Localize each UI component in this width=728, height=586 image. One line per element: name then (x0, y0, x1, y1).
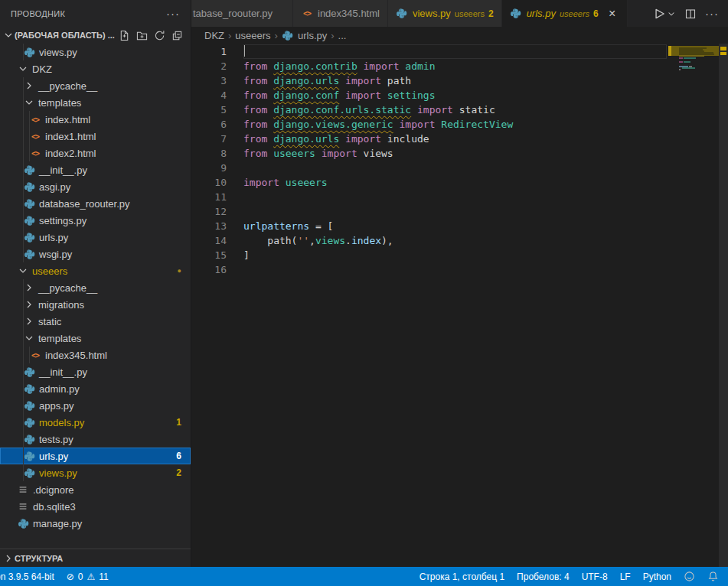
workspace-section-header[interactable]: (РАБОЧАЯ ОБЛАСТЬ) ... (0, 27, 191, 44)
code-line[interactable]: 10import useeers (191, 175, 668, 190)
code-token: useeers (286, 177, 328, 188)
code-line-text (243, 161, 667, 175)
outline-section-header[interactable]: СТРУКТУРА (0, 549, 191, 567)
explorer-more-actions-icon[interactable]: ··· (166, 10, 180, 18)
tree-item[interactable]: tests.py (0, 431, 191, 448)
tree-item-label: tests.py (39, 434, 73, 445)
tab-tabase_roouter.py[interactable]: tabase_roouter.py (191, 0, 293, 27)
run-button[interactable] (652, 7, 676, 21)
chevron-right-icon (23, 80, 35, 92)
tree-item[interactable]: <>index.html (0, 111, 191, 128)
tree-item[interactable]: urls.py6 (0, 448, 191, 464)
tree-item[interactable]: <>index1.html (0, 128, 191, 145)
html-file-icon: <> (29, 147, 41, 159)
tree-item-label: templates (38, 333, 81, 344)
tree-item[interactable]: database_roouter.py (0, 195, 191, 212)
refresh-icon[interactable] (153, 29, 165, 41)
tab-index345.html[interactable]: <>index345.html (293, 0, 388, 27)
overview-ruler[interactable] (719, 44, 728, 567)
cursor-position-status[interactable]: Строка 1, столбец 1 (413, 567, 511, 586)
tree-item-label: views.py (39, 47, 77, 58)
tree-item[interactable]: <>index2.html (0, 145, 191, 161)
code-line[interactable]: 11 (191, 190, 668, 204)
tree-item[interactable]: __init__.py (0, 161, 191, 178)
vscode-window: ПРОВОДНИК ··· (РАБОЧАЯ ОБЛАСТЬ) ... view… (0, 0, 728, 586)
tab-views.py[interactable]: views.pyuseeers2 (388, 0, 502, 27)
code-line[interactable]: 13urlpatterns = [ (191, 219, 668, 233)
python-interpreter-status[interactable]: Python 3.9.5 64-bit (0, 567, 60, 586)
tree-item[interactable]: DKZ (0, 60, 191, 77)
breadcrumb-item[interactable]: DKZ (204, 30, 224, 41)
tree-item[interactable]: apps.py (0, 397, 191, 414)
code-line[interactable]: 2from django.contrib import admin (191, 59, 668, 73)
breadcrumb-separator-icon: › (331, 30, 334, 41)
code-line[interactable]: 15] (191, 248, 668, 262)
bell-icon[interactable] (701, 567, 725, 586)
eol-status[interactable]: LF (614, 567, 637, 586)
code-content[interactable]: 12from django.contrib import admin3from … (191, 44, 668, 567)
tree-item[interactable]: wsgi.py (0, 246, 191, 262)
new-file-icon[interactable] (118, 29, 130, 41)
code-line[interactable]: 3from django.urls import path (191, 73, 668, 88)
html-file-icon: <> (29, 349, 41, 361)
code-token: import (345, 75, 381, 86)
breadcrumb-item[interactable]: useeers (235, 30, 270, 41)
minimap[interactable] (668, 44, 719, 567)
code-line[interactable]: 12 (191, 204, 668, 219)
tree-item[interactable]: __init__.py (0, 363, 191, 380)
tree-item[interactable]: manage.py (0, 515, 191, 532)
language-mode-status[interactable]: Python (637, 567, 677, 586)
problems-status[interactable]: ⊘0⚠11 (60, 567, 115, 586)
tree-item[interactable]: useeers● (0, 262, 191, 279)
breadcrumb-item[interactable]: urls.py (282, 29, 327, 41)
code-line-text: import useeers (243, 175, 667, 190)
tree-item[interactable]: .dcignore (0, 481, 191, 498)
tree-item[interactable]: db.sqlite3 (0, 498, 191, 515)
code-line[interactable]: 8from useeers import views (191, 146, 668, 161)
code-line[interactable]: 6from django.views.generic import Redire… (191, 117, 668, 132)
tree-item[interactable]: migrations (0, 296, 191, 313)
tree-item[interactable]: __pycache__ (0, 279, 191, 296)
tree-item[interactable]: models.py1 (0, 414, 191, 431)
feedback-icon[interactable] (677, 567, 701, 586)
encoding-status[interactable]: UTF-8 (576, 567, 614, 586)
indent-guide (23, 161, 24, 178)
chevron-right-icon (23, 282, 35, 294)
new-folder-icon[interactable] (135, 29, 148, 41)
py-file-icon (396, 8, 408, 20)
tree-item[interactable]: asgi.py (0, 178, 191, 195)
tree-item[interactable]: templates (0, 330, 191, 347)
breadcrumb-item[interactable]: ... (338, 30, 347, 41)
code-line[interactable]: 7from django.urls import include (191, 132, 668, 146)
tree-item[interactable]: <>index345.html (0, 347, 191, 363)
py-file-icon (510, 8, 522, 20)
tree-item[interactable]: __pycache__ (0, 77, 191, 94)
indentation-status[interactable]: Пробелов: 4 (511, 567, 576, 586)
tree-item-label: migrations (38, 299, 84, 311)
split-editor-icon[interactable] (684, 8, 697, 20)
code-line[interactable]: 16 (191, 262, 668, 277)
tab-urls.py[interactable]: urls.pyuseeers6× (502, 0, 628, 27)
code-token: django.urls (273, 75, 339, 86)
code-token: from (243, 104, 273, 116)
close-icon[interactable]: × (606, 7, 619, 21)
tree-item[interactable]: settings.py (0, 212, 191, 229)
more-actions-icon[interactable]: ··· (705, 10, 719, 18)
tree-item[interactable]: admin.py (0, 380, 191, 397)
minimap-line (682, 67, 695, 69)
tree-item[interactable]: urls.py (0, 229, 191, 246)
code-token: import (243, 177, 279, 188)
code-line[interactable]: 4from django.conf import settings (191, 88, 668, 103)
code-line[interactable]: 14 path('',views.index), (191, 233, 668, 248)
tree-item-label: views.py (39, 467, 77, 479)
code-line-text: from django.urls import path (243, 73, 667, 88)
code-line[interactable]: 9 (191, 161, 668, 175)
py-file-icon (23, 181, 35, 193)
tree-item[interactable]: views.py (0, 44, 191, 60)
code-line[interactable]: 1 (191, 44, 668, 59)
tree-item[interactable]: views.py2 (0, 464, 191, 481)
code-line[interactable]: 5from django.conf.urls.static import sta… (191, 103, 668, 117)
tree-item[interactable]: static (0, 313, 191, 330)
tree-item[interactable]: templates (0, 94, 191, 111)
collapse-all-icon[interactable] (171, 29, 183, 41)
